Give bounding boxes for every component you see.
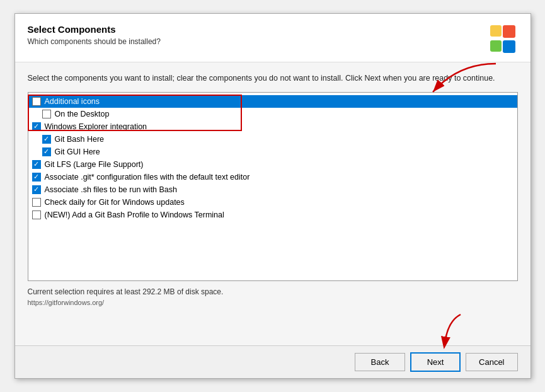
git-bash-here-label: Git Bash Here xyxy=(55,135,105,144)
dialog-subtitle: Which components should be installed? xyxy=(28,37,161,46)
list-item[interactable]: (NEW!) Add a Git Bash Profile to Windows… xyxy=(28,209,517,221)
dialog-body: Select the components you want to instal… xyxy=(15,62,531,345)
associate-sh-label: Associate .sh files to be run with Bash xyxy=(45,185,178,194)
windows-explorer-checkbox[interactable]: ✓ xyxy=(32,122,41,131)
list-item[interactable]: On the Desktop xyxy=(28,108,517,120)
instruction-text: Select the components you want to instal… xyxy=(28,72,518,84)
next-button[interactable]: Next xyxy=(410,352,461,372)
git-bash-here-checkbox[interactable]: ✓ xyxy=(42,135,51,144)
check-daily-label: Check daily for Git for Windows updates xyxy=(45,198,185,207)
back-button[interactable]: Back xyxy=(355,353,405,371)
on-the-desktop-label: On the Desktop xyxy=(55,110,110,118)
windows-explorer-label: Windows Explorer integration xyxy=(45,122,147,131)
list-item[interactable]: ✓ Windows Explorer integration xyxy=(28,120,517,133)
git-gui-here-label: Git GUI Here xyxy=(55,147,100,156)
associate-git-checkbox[interactable]: ✓ xyxy=(32,173,41,182)
git-lfs-label: Git LFS (Large File Support) xyxy=(45,160,144,169)
svg-rect-2 xyxy=(490,40,502,52)
additional-icons-label: Additional icons xyxy=(45,97,100,106)
list-item[interactable]: ✓ Associate .sh files to be run with Bas… xyxy=(28,183,517,196)
svg-rect-1 xyxy=(490,25,502,37)
git-gui-here-checkbox[interactable]: ✓ xyxy=(42,147,51,156)
check-daily-checkbox[interactable] xyxy=(32,198,41,207)
add-bash-profile-checkbox[interactable] xyxy=(32,210,41,219)
list-item[interactable]: Additional icons xyxy=(28,95,517,108)
disk-space-text: Current selection requires at least 292.… xyxy=(28,287,518,296)
dialog-header: Select Components Which components shoul… xyxy=(15,14,531,62)
add-bash-profile-label: (NEW!) Add a Git Bash Profile to Windows… xyxy=(45,210,224,219)
cancel-button[interactable]: Cancel xyxy=(466,353,517,371)
svg-rect-3 xyxy=(503,40,515,53)
associate-git-label: Associate .git* configuration files with… xyxy=(45,173,250,182)
components-list[interactable]: Additional icons On the Desktop ✓ Window… xyxy=(28,92,518,281)
select-components-dialog: Select Components Which components shoul… xyxy=(14,13,531,379)
associate-sh-checkbox[interactable]: ✓ xyxy=(32,185,41,194)
list-item[interactable]: ✓ Git GUI Here xyxy=(28,146,517,158)
header-text: Select Components Which components shoul… xyxy=(28,24,161,46)
list-item[interactable]: Check daily for Git for Windows updates xyxy=(28,196,517,209)
git-logo-icon xyxy=(488,24,518,54)
dialog-title: Select Components xyxy=(28,24,161,35)
on-the-desktop-checkbox[interactable] xyxy=(42,110,51,118)
url-text: https://gitforwindows.org/ xyxy=(28,299,518,306)
additional-icons-checkbox[interactable] xyxy=(32,97,41,106)
list-item[interactable]: ✓ Git LFS (Large File Support) xyxy=(28,158,517,171)
list-item[interactable]: ✓ Git Bash Here xyxy=(28,133,517,146)
git-lfs-checkbox[interactable]: ✓ xyxy=(32,160,41,169)
components-container: Additional icons On the Desktop ✓ Window… xyxy=(28,92,518,281)
list-item[interactable]: ✓ Associate .git* configuration files wi… xyxy=(28,171,517,183)
svg-rect-0 xyxy=(503,25,515,38)
dialog-footer: Back Next Cancel xyxy=(15,345,531,378)
